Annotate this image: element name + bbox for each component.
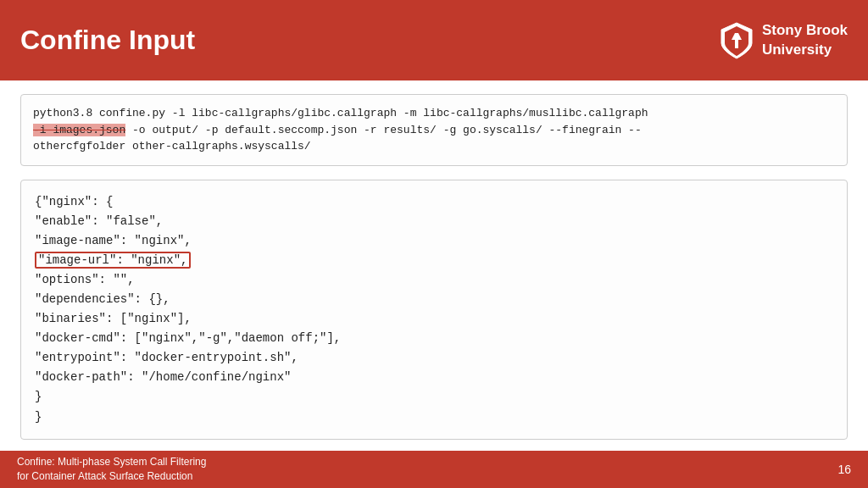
- json-line8: "docker-cmd": ["nginx","-g","daemon off;…: [35, 329, 833, 348]
- command-highlight: -i images.json: [33, 124, 125, 136]
- page-title: Confine Input: [20, 25, 195, 56]
- json-line1: {"nginx": {: [35, 192, 833, 212]
- json-box: {"nginx": { "enable": "false", "image-na…: [20, 180, 848, 440]
- json-line11: }: [35, 387, 833, 407]
- footer-page-number: 16: [837, 463, 851, 476]
- json-line7: "binaries": ["nginx"],: [35, 309, 833, 329]
- command-line3: othercfgfolder other-callgraphs.wsyscall…: [33, 140, 311, 152]
- json-line2: "enable": "false",: [35, 212, 833, 231]
- json-line10: "docker-path": "/home/confine/nginx": [35, 368, 833, 387]
- json-line4: "image-url": "nginx",: [35, 251, 833, 270]
- json-line9: "entrypoint": "docker-entrypoint.sh",: [35, 348, 833, 368]
- json-line5: "options": "",: [35, 270, 833, 290]
- header: Confine Input Stony Brook University: [0, 0, 868, 80]
- json-line6: "dependencies": {},: [35, 290, 833, 309]
- json-line12: }: [35, 408, 833, 427]
- command-line2: -o output/ -p default.seccomp.json -r re…: [125, 124, 642, 136]
- shield-icon: [720, 21, 754, 60]
- main-content: python3.8 confine.py -l libc-callgraphs/…: [0, 80, 868, 451]
- command-line1: python3.8 confine.py -l libc-callgraphs/…: [33, 107, 648, 119]
- command-box: python3.8 confine.py -l libc-callgraphs/…: [20, 94, 848, 166]
- json-line3: "image-name": "nginx",: [35, 231, 833, 251]
- logo-text: Stony Brook University: [762, 21, 848, 58]
- json-image-url-highlight: "image-url": "nginx",: [35, 252, 191, 269]
- footer: Confine: Multi-phase System Call Filteri…: [0, 451, 868, 488]
- logo-area: Stony Brook University: [720, 21, 848, 60]
- footer-text: Confine: Multi-phase System Call Filteri…: [17, 455, 206, 484]
